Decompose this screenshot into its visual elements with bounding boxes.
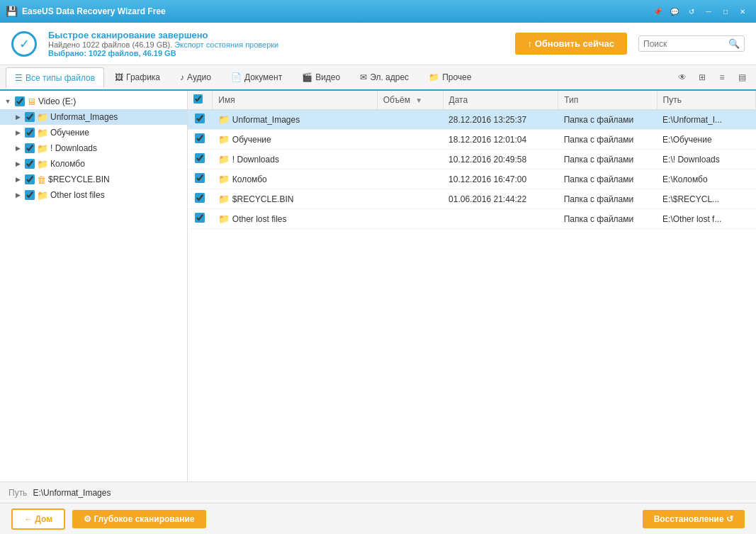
chat-button[interactable]: 💬 <box>667 4 682 19</box>
row-size-cell <box>377 130 443 150</box>
tree-item-unformat[interactable]: ▶ 📁 Unformat_Images <box>0 109 187 125</box>
table-row[interactable]: 📁 Unformat_Images 28.12.2016 13:25:37 Па… <box>188 110 756 130</box>
restore-button[interactable]: Восстановление ↺ <box>643 510 745 528</box>
row-date-cell: 18.12.2016 12:01:04 <box>443 130 558 150</box>
row-type-cell: Папка с файлами <box>558 209 657 229</box>
row-name-cell: 📁 $RECYCLE.BIN <box>213 189 377 209</box>
row-checkbox-cell <box>188 169 213 189</box>
maximize-button[interactable]: □ <box>718 4 733 19</box>
downloads-checkbox[interactable] <box>25 143 35 153</box>
obuchenie-expand-icon[interactable]: ▶ <box>13 128 23 138</box>
unformat-folder-icon: 📁 <box>37 112 48 123</box>
export-link[interactable]: Экспорт состояния проверки <box>174 40 278 49</box>
sort-arrow-icon: ▼ <box>415 96 422 104</box>
col-path-header[interactable]: Путь <box>657 91 755 110</box>
obuchenie-checkbox[interactable] <box>25 128 35 138</box>
refresh-button[interactable]: ↺ <box>684 4 699 19</box>
row-path-cell: E:\Unformat_I... <box>657 110 755 130</box>
pin-button[interactable]: 📌 <box>650 4 665 19</box>
tab-email[interactable]: ✉ Эл. адрес <box>351 67 418 88</box>
row-checkbox[interactable] <box>195 133 205 143</box>
row-name: Other lost files <box>232 214 287 224</box>
select-all-checkbox[interactable] <box>193 94 203 104</box>
kolombo-checkbox[interactable] <box>25 159 35 169</box>
row-name-cell: 📁 ! Downloads <box>213 150 377 169</box>
other-expand-icon[interactable]: ▶ <box>13 190 23 200</box>
tab-graphics[interactable]: 🖼 Графика <box>106 67 169 88</box>
row-date-cell <box>443 209 558 229</box>
row-name-cell: 📁 Коломбо <box>213 169 377 189</box>
row-type-cell: Папка с файлами <box>558 150 657 169</box>
file-folder-icon: 📁 <box>218 114 230 125</box>
minimize-button[interactable]: ─ <box>701 4 716 19</box>
col-name-header[interactable]: Имя <box>213 91 377 110</box>
row-checkbox[interactable] <box>195 213 205 223</box>
row-date-cell: 10.12.2016 16:47:00 <box>443 169 558 189</box>
file-folder-icon: 📁 <box>218 134 230 145</box>
view-grid-button[interactable]: ⊞ <box>694 69 711 86</box>
row-path-cell: E:\Обучение <box>657 130 755 150</box>
row-size-cell <box>377 150 443 169</box>
tree-item-kolombo[interactable]: ▶ 📁 Коломбо <box>0 156 187 172</box>
tree-item-downloads[interactable]: ▶ 📁 ! Downloads <box>0 140 187 156</box>
home-button[interactable]: ← Дом <box>11 508 65 530</box>
root-expand-icon[interactable]: ▼ <box>3 96 13 106</box>
search-box: 🔍 <box>638 35 745 52</box>
other-folder-icon: 📁 <box>37 190 48 201</box>
col-type-header[interactable]: Тип <box>558 91 657 110</box>
update-button[interactable]: ↑ Обновить сейчас <box>515 33 627 55</box>
row-checkbox[interactable] <box>195 193 205 203</box>
root-folder-icon: 🖥 <box>27 96 36 107</box>
downloads-expand-icon[interactable]: ▶ <box>13 143 23 153</box>
recycle-checkbox[interactable] <box>25 174 35 184</box>
row-type-cell: Папка с файлами <box>558 169 657 189</box>
row-name: ! Downloads <box>232 155 279 165</box>
row-date-cell: 28.12.2016 13:25:37 <box>443 110 558 130</box>
recycle-expand-icon[interactable]: ▶ <box>13 174 23 184</box>
unformat-expand-icon[interactable]: ▶ <box>13 112 23 122</box>
view-detail-button[interactable]: ▤ <box>733 69 750 86</box>
row-checkbox[interactable] <box>195 153 205 163</box>
app-title: EaseUS Data Recovery Wizard Free <box>22 6 650 16</box>
col-size-header[interactable]: Объём ▼ <box>377 91 443 110</box>
col-checkbox-header <box>188 91 213 110</box>
other-icon: 📁 <box>429 72 439 82</box>
table-row[interactable]: 📁 Коломбо 10.12.2016 16:47:00 Папка с фа… <box>188 169 756 189</box>
search-icon[interactable]: 🔍 <box>728 38 740 49</box>
view-list-button[interactable]: ≡ <box>713 69 730 86</box>
row-size-cell <box>377 169 443 189</box>
row-name-cell: 📁 Other lost files <box>213 209 377 229</box>
unformat-checkbox[interactable] <box>25 112 35 122</box>
table-row[interactable]: 📁 $RECYCLE.BIN 01.06.2016 21:44:22 Папка… <box>188 189 756 209</box>
search-input[interactable] <box>643 39 728 49</box>
notification-text: Быстрое сканирование завершено Найдено 1… <box>48 30 504 57</box>
root-checkbox[interactable] <box>15 96 25 106</box>
tab-other[interactable]: 📁 Прочее <box>419 67 480 88</box>
obuchenie-folder-icon: 📁 <box>37 128 48 138</box>
table-row[interactable]: 📁 ! Downloads 10.12.2016 20:49:58 Папка … <box>188 150 756 169</box>
table-row[interactable]: 📁 Other lost files Папка с файлами E:\Ot… <box>188 209 756 229</box>
row-path-cell: E:\! Downloads <box>657 150 755 169</box>
close-button[interactable]: ✕ <box>735 4 750 19</box>
row-checkbox[interactable] <box>195 173 205 183</box>
other-checkbox[interactable] <box>25 190 35 200</box>
tab-all-files[interactable]: ☰ Все типы файлов <box>6 67 104 89</box>
table-row[interactable]: 📁 Обучение 18.12.2016 12:01:04 Папка с ф… <box>188 130 756 150</box>
tree-item-other-lost[interactable]: ▶ 📁 Other lost files <box>0 187 187 203</box>
tree-item-obuchenie[interactable]: ▶ 📁 Обучение <box>0 125 187 140</box>
row-checkbox[interactable] <box>195 113 205 123</box>
kolombo-expand-icon[interactable]: ▶ <box>13 159 23 169</box>
tab-video[interactable]: 🎬 Видео <box>293 67 349 88</box>
tab-audio[interactable]: ♪ Аудио <box>171 67 220 88</box>
check-icon: ✓ <box>11 31 37 57</box>
file-table: Имя Объём ▼ Дата Тип Путь <box>188 91 756 229</box>
tree-root[interactable]: ▼ 🖥 Video (E:) <box>0 94 187 109</box>
tab-document[interactable]: 📄 Документ <box>222 67 291 88</box>
video-icon: 🎬 <box>302 72 312 82</box>
col-date-header[interactable]: Дата <box>443 91 558 110</box>
view-eye-button[interactable]: 👁 <box>674 69 691 86</box>
tree-item-recycle[interactable]: ▶ 🗑 $RECYCLE.BIN <box>0 172 187 187</box>
row-name: $RECYCLE.BIN <box>232 194 294 204</box>
row-type-cell: Папка с файлами <box>558 189 657 209</box>
deep-scan-button[interactable]: ⚙ Глубокое сканирование <box>72 510 205 528</box>
